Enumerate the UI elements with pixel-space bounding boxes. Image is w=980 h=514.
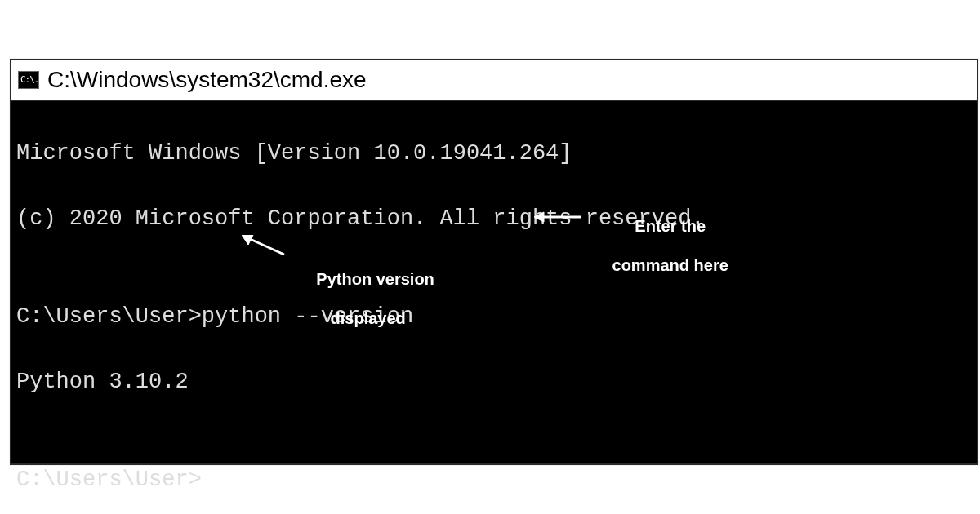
annotation-command-line1: Enter the: [635, 217, 706, 235]
terminal-line-os-version: Microsoft Windows [Version 10.0.19041.26…: [16, 137, 972, 170]
cmd-icon: C:\.: [18, 71, 39, 89]
svg-line-2: [248, 238, 284, 255]
terminal-line-prompt: C:\Users\User>: [16, 463, 972, 496]
title-bar[interactable]: C:\. C:\Windows\system32\cmd.exe: [11, 60, 977, 101]
annotation-version: Python version displayed: [289, 250, 420, 348]
annotation-command: Enter the command here: [583, 197, 730, 295]
svg-marker-1: [534, 212, 544, 222]
terminal-line-command: C:\Users\User>python --version: [16, 300, 972, 333]
window-title: C:\Windows\system32\cmd.exe: [47, 67, 367, 93]
annotation-command-line2: command here: [612, 256, 728, 274]
arrow-icon: [534, 209, 583, 225]
terminal-line-output: Python 3.10.2: [16, 366, 972, 398]
arrow-icon: [242, 235, 291, 259]
terminal-line-copyright: (c) 2020 Microsoft Corporation. All righ…: [16, 202, 972, 235]
annotation-version-line1: Python version: [316, 270, 434, 288]
cmd-window: C:\. C:\Windows\system32\cmd.exe Microso…: [10, 59, 978, 465]
annotation-version-line2: displayed: [331, 309, 406, 327]
terminal-body[interactable]: Microsoft Windows [Version 10.0.19041.26…: [11, 101, 977, 463]
